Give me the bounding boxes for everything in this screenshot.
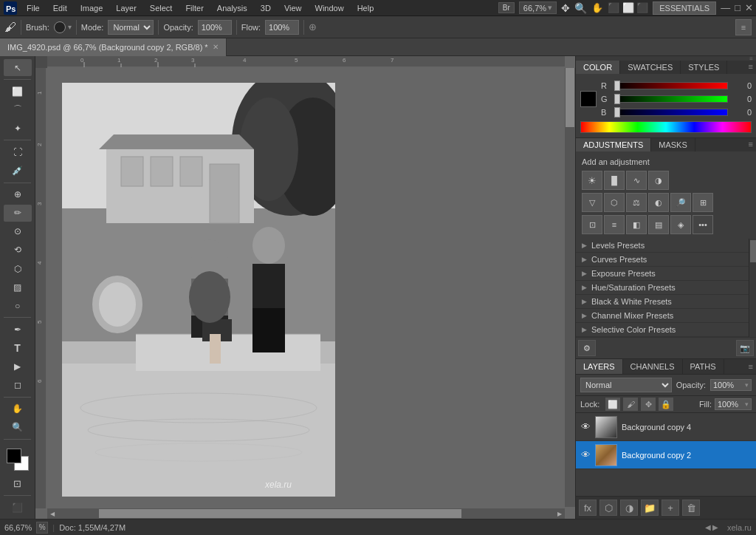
preset-exposure[interactable]: ▶ Exposure Presets bbox=[576, 267, 749, 281]
tool-dodge[interactable]: ○ bbox=[4, 297, 32, 314]
brush-size-picker[interactable]: ▾ bbox=[54, 21, 72, 33]
tab-adjustments[interactable]: ADJUSTMENTS bbox=[576, 138, 651, 151]
menu-view[interactable]: View bbox=[278, 2, 308, 14]
tab-styles[interactable]: STYLES bbox=[681, 61, 727, 74]
menu-3d[interactable]: 3D bbox=[255, 2, 277, 14]
b-channel-slider[interactable] bbox=[614, 109, 728, 116]
panel-menu-btn[interactable]: ≡ bbox=[746, 61, 756, 74]
menu-edit[interactable]: Edit bbox=[47, 2, 73, 14]
tool-move[interactable]: ↖ bbox=[4, 59, 32, 76]
foreground-color[interactable] bbox=[7, 449, 21, 463]
lock-image-pixels[interactable]: 🖌 bbox=[623, 398, 638, 411]
menu-file[interactable]: File bbox=[21, 2, 46, 14]
airbrush-toggle[interactable]: ⊕ bbox=[309, 21, 317, 33]
tool-history-brush[interactable]: ⟲ bbox=[4, 242, 32, 259]
tool-brush[interactable]: ✏ bbox=[4, 205, 32, 222]
menu-window[interactable]: Window bbox=[309, 2, 350, 14]
tab-color[interactable]: COLOR bbox=[576, 61, 620, 74]
menu-layer[interactable]: Layer bbox=[110, 2, 142, 14]
adj-color-balance[interactable]: ⚖ bbox=[626, 193, 647, 212]
adj-photo-filter[interactable]: 🔎 bbox=[670, 193, 691, 212]
tool-lasso[interactable]: ⌒ bbox=[4, 101, 32, 118]
tab-masks[interactable]: MASKS bbox=[651, 138, 695, 151]
menu-filter[interactable]: Filter bbox=[179, 2, 209, 14]
r-channel-slider[interactable] bbox=[614, 82, 728, 89]
tool-gradient[interactable]: ▨ bbox=[4, 279, 32, 296]
window-maximize[interactable]: □ bbox=[735, 2, 740, 13]
tool-pen[interactable]: ✒ bbox=[4, 321, 32, 338]
tool-text[interactable]: T bbox=[4, 339, 32, 356]
tab-swatches[interactable]: SWATCHES bbox=[620, 61, 681, 74]
layer-item-bg-copy-4[interactable]: 👁 Background copy 4 bbox=[576, 413, 756, 441]
adj-more[interactable]: ••• bbox=[693, 215, 713, 234]
tool-eraser[interactable]: ⬡ bbox=[4, 260, 32, 277]
layer-item-bg-copy-2[interactable]: 👁 Background copy 2 bbox=[576, 441, 756, 469]
adj-exposure[interactable]: ◑ bbox=[648, 171, 669, 190]
layer-visibility-btn-0[interactable]: 👁 bbox=[579, 420, 592, 434]
fill-value-field[interactable]: 100% ▾ bbox=[715, 398, 752, 410]
status-scroll-right[interactable]: ▶ bbox=[712, 523, 718, 532]
presets-scrollbar-thumb[interactable] bbox=[750, 240, 756, 262]
document-tab[interactable]: IMG_4920.psd @ 66,7% (Background copy 2,… bbox=[0, 38, 227, 56]
tool-icon-zoom[interactable]: 🔍 bbox=[574, 2, 587, 14]
preset-curves[interactable]: ▶ Curves Presets bbox=[576, 253, 749, 267]
tab-layers[interactable]: LAYERS bbox=[576, 359, 623, 374]
flow-input[interactable] bbox=[265, 20, 299, 35]
brush-tool-icon[interactable]: 🖌 bbox=[4, 21, 16, 34]
tool-magic-wand[interactable]: ✦ bbox=[4, 120, 32, 137]
tool-marquee-rect[interactable]: ⬜ bbox=[4, 83, 32, 100]
preset-camera-icon[interactable]: 📷 bbox=[736, 340, 754, 356]
opacity-input[interactable] bbox=[198, 20, 232, 35]
create-fill-layer-btn[interactable]: ◑ bbox=[620, 500, 638, 516]
mode-select[interactable]: Normal bbox=[108, 20, 154, 35]
scrollbar-thumb-v[interactable] bbox=[566, 68, 574, 127]
zoom-percent-icon[interactable]: % bbox=[36, 522, 48, 534]
layer-visibility-btn-1[interactable]: 👁 bbox=[579, 449, 592, 462]
tab-channels[interactable]: CHANNELS bbox=[623, 359, 683, 374]
tool-icon-move[interactable]: ✥ bbox=[561, 2, 570, 14]
tab-close-btn[interactable]: ✕ bbox=[213, 43, 219, 51]
preset-settings-icon[interactable]: ⚙ bbox=[578, 340, 596, 356]
canvas-image[interactable]: xela.ru bbox=[62, 83, 335, 497]
menu-analysis[interactable]: Analysis bbox=[211, 2, 253, 14]
g-channel-slider[interactable] bbox=[614, 95, 728, 103]
color-spectrum[interactable] bbox=[580, 121, 752, 133]
adj-channel-mixer[interactable]: ⊞ bbox=[693, 193, 713, 212]
workspace-controls[interactable]: ⬛ ⬜ ⬛ bbox=[608, 2, 648, 13]
adj-levels[interactable]: ▐▌ bbox=[604, 171, 625, 190]
opacity-value-field[interactable]: 100% ▾ bbox=[710, 379, 752, 391]
tab-paths[interactable]: PATHS bbox=[683, 359, 724, 374]
tool-zoom[interactable]: 🔍 bbox=[4, 419, 32, 436]
add-mask-btn[interactable]: ⬡ bbox=[599, 500, 617, 516]
preset-channel-mixer[interactable]: ▶ Channel Mixer Presets bbox=[576, 309, 749, 323]
adj-invert[interactable]: ⊡ bbox=[582, 215, 602, 234]
adj-brightness-contrast[interactable]: ☀ bbox=[582, 171, 602, 190]
preset-bw[interactable]: ▶ Black & White Presets bbox=[576, 295, 749, 309]
tool-path-select[interactable]: ▶ bbox=[4, 358, 32, 375]
quick-mask-toggle[interactable]: ⊡ bbox=[4, 475, 32, 492]
preset-hsl[interactable]: ▶ Hue/Saturation Presets bbox=[576, 281, 749, 295]
menu-select[interactable]: Select bbox=[144, 2, 179, 14]
menu-image[interactable]: Image bbox=[75, 2, 109, 14]
adjustments-panel-menu[interactable]: ≡ bbox=[746, 138, 756, 151]
status-scroll-left[interactable]: ◀ bbox=[705, 523, 711, 532]
scrollbar-thumb-h[interactable] bbox=[99, 509, 461, 518]
tool-shape[interactable]: ◻ bbox=[4, 377, 32, 394]
tool-clone-stamp[interactable]: ⊙ bbox=[4, 223, 32, 240]
preset-levels[interactable]: ▶ Levels Presets bbox=[576, 239, 749, 253]
add-layer-style-btn[interactable]: fx bbox=[579, 500, 597, 516]
tool-healing-brush[interactable]: ⊕ bbox=[4, 186, 32, 203]
adj-selective-color[interactable]: ◈ bbox=[670, 215, 691, 234]
adj-threshold[interactable]: ◧ bbox=[626, 215, 647, 234]
layer-blend-mode-select[interactable]: Normal bbox=[580, 378, 672, 392]
adj-bw[interactable]: ◐ bbox=[648, 193, 669, 212]
lock-transparent-pixels[interactable]: ⬜ bbox=[605, 398, 620, 411]
menu-help[interactable]: Help bbox=[351, 2, 380, 14]
adj-curves[interactable]: ∿ bbox=[626, 171, 647, 190]
screen-mode-toggle[interactable]: ⬛ bbox=[4, 499, 32, 516]
lock-all[interactable]: 🔒 bbox=[659, 398, 673, 411]
canvas-scrollbar-vertical[interactable] bbox=[565, 68, 575, 507]
tool-hand[interactable]: ✋ bbox=[4, 401, 32, 418]
canvas-scrollbar-horizontal[interactable]: ◀ ▶ bbox=[47, 508, 565, 519]
essentials-button[interactable]: ESSENTIALS bbox=[653, 1, 716, 15]
